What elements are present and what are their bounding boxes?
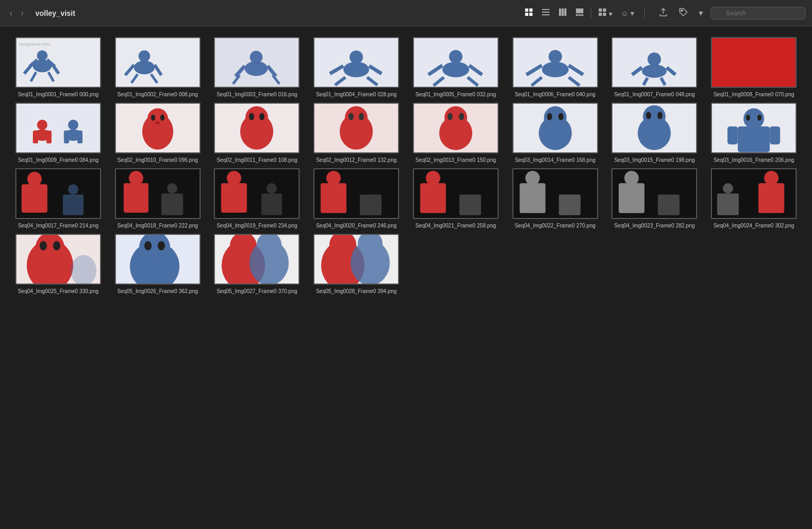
svg-rect-16	[599, 13, 602, 16]
thumbnail-label: Seq04_Img0017_Frame0 214.png	[18, 222, 98, 230]
svg-rect-149	[658, 195, 680, 215]
svg-point-158	[40, 241, 47, 251]
list-item[interactable]: Seq01_Img0003_Frame0 016.png	[212, 37, 303, 98]
tag-button[interactable]	[675, 5, 691, 21]
svg-rect-135	[321, 183, 347, 213]
svg-point-105	[547, 113, 552, 121]
view-gallery-button[interactable]	[572, 6, 588, 20]
svg-rect-130	[221, 183, 247, 213]
list-item[interactable]: Seq01_Img0004_Frame0 028.png	[311, 37, 402, 98]
svg-rect-71	[712, 38, 796, 87]
list-item[interactable]: Seq02_Img0010_Frame0 096.png	[112, 103, 203, 164]
more-button[interactable]: ▾	[696, 6, 706, 20]
svg-point-165	[158, 241, 165, 251]
svg-rect-151	[717, 194, 739, 215]
thumbnail-image	[15, 103, 101, 153]
list-item[interactable]: Seq04_Img0021_Frame0 258.png	[410, 168, 501, 230]
view-group-button[interactable]: ▾	[594, 6, 616, 20]
search-input[interactable]	[710, 7, 806, 20]
thumbnail-label: Seq01_Img0005_Frame0 032.png	[416, 91, 496, 98]
view-list-button[interactable]	[538, 6, 554, 20]
list-item[interactable]: background linesSeq01_Img0001_Frame0 000…	[13, 37, 104, 98]
svg-point-91	[259, 113, 265, 121]
svg-rect-2	[525, 13, 528, 16]
view-grid-button[interactable]	[521, 6, 537, 20]
svg-point-144	[525, 171, 539, 185]
thumbnail-label: Seq04_Img0022_Frame0 270.png	[515, 222, 595, 230]
svg-point-133	[267, 183, 277, 194]
list-item[interactable]: Seq04_Img0025_Frame0 330.png	[13, 234, 104, 295]
thumbnail-image: background lines	[15, 37, 101, 88]
list-item[interactable]: Seq05_Img0027_Frame0 370.png	[212, 234, 303, 295]
list-item[interactable]: Seq02_Img0011_Frame0 108.png	[212, 103, 303, 164]
view-emoji-button[interactable]: ☺ ▾	[617, 7, 638, 20]
thumbnail-label: Seq01_Img0004_Frame0 028.png	[316, 91, 396, 98]
svg-rect-8	[562, 8, 564, 16]
list-item[interactable]: Seq01_Img0009_Frame0 084.png	[13, 103, 104, 164]
thumbnail-label: Seq03_Img0014_Frame0 168.png	[515, 157, 595, 164]
list-item[interactable]: Seq03_Img0014_Frame0 168.png	[510, 103, 601, 164]
svg-point-111	[657, 112, 663, 120]
list-item[interactable]: Seq01_Img0002_Frame0 008.png	[112, 37, 203, 98]
svg-rect-113	[738, 126, 770, 152]
list-item[interactable]: Seq01_Img0006_Frame0 040.png	[510, 37, 601, 98]
thumbnail-image	[214, 37, 300, 88]
list-item[interactable]: Seq04_Img0019_Frame0 234.png	[212, 168, 303, 230]
thumbnail-label: Seq01_Img0008_Frame0 070.png	[714, 91, 794, 98]
svg-point-140	[426, 171, 440, 185]
list-item[interactable]: Seq04_Img0018_Frame0 222.png	[112, 168, 203, 230]
svg-point-58	[542, 62, 569, 77]
list-item[interactable]: Seq05_Img0028_Frame0 394.png	[311, 234, 402, 295]
thumbnail-label: Seq02_Img0013_Frame0 150.png	[416, 157, 496, 164]
list-item[interactable]: Seq04_Img0022_Frame0 270.png	[510, 168, 601, 230]
svg-rect-12	[579, 14, 581, 16]
forward-button[interactable]: ›	[17, 6, 26, 20]
svg-rect-141	[459, 195, 481, 215]
thumbnail-label: Seq01_Img0009_Frame0 084.png	[18, 157, 98, 164]
view-options: ▾ ☺ ▾	[521, 6, 638, 20]
list-item[interactable]: Seq01_Img0008_Frame0 070.png	[708, 37, 799, 98]
svg-point-31	[139, 51, 150, 62]
svg-point-74	[37, 120, 48, 130]
svg-point-90	[249, 113, 255, 121]
svg-rect-147	[619, 183, 645, 213]
view-columns-button[interactable]	[555, 6, 571, 20]
nav-buttons: ‹ ›	[6, 6, 27, 20]
thumbnail-label: Seq03_Img0015_Frame0 198.png	[614, 157, 694, 164]
svg-rect-7	[559, 8, 561, 16]
list-item[interactable]: Seq02_Img0013_Frame0 150.png	[410, 103, 501, 164]
svg-rect-6	[542, 14, 549, 15]
divider1	[591, 8, 591, 19]
thumbnail-label: Seq05_Img0027_Frame0 370.png	[216, 288, 297, 295]
svg-point-94	[345, 106, 368, 129]
svg-point-131	[227, 171, 241, 185]
list-item[interactable]: Seq03_Img0016_Frame0 206.png	[708, 103, 799, 164]
svg-point-101	[459, 113, 464, 121]
thumbnail-image	[512, 37, 598, 88]
list-item[interactable]: Seq03_Img0015_Frame0 198.png	[609, 103, 700, 164]
thumbnail-image	[413, 103, 499, 153]
thumbnail-label: Seq05_Img0028_Frame0 394.png	[316, 288, 396, 295]
thumbnail-image	[115, 37, 201, 88]
back-button[interactable]: ‹	[6, 6, 15, 20]
svg-point-164	[144, 241, 151, 251]
share-button[interactable]	[655, 5, 671, 21]
svg-point-121	[27, 172, 41, 186]
list-item[interactable]: Seq01_Img0005_Frame0 032.png	[410, 37, 501, 98]
list-item[interactable]: Seq02_Img0012_Frame0 132.png	[311, 103, 402, 164]
list-item[interactable]: Seq04_Img0024_Frame0 302.png	[708, 168, 799, 230]
svg-point-89	[246, 106, 268, 129]
toolbar-actions: ▾	[655, 5, 706, 21]
list-item[interactable]: Seq04_Img0017_Frame0 214.png	[13, 168, 104, 230]
svg-point-123	[68, 184, 78, 195]
thumbnail-label: Seq01_Img0001_Frame0 000.png	[18, 91, 98, 98]
list-item[interactable]: Seq04_Img0023_Frame0 282.png	[609, 168, 700, 230]
list-item[interactable]: Seq01_Img0007_Frame0 048.png	[609, 37, 700, 98]
list-item[interactable]: Seq05_Img0026_Frame0 362.png	[112, 234, 203, 295]
thumbnail-image	[115, 103, 201, 153]
svg-rect-117	[727, 126, 738, 144]
svg-point-38	[250, 51, 263, 63]
thumbnail-image	[512, 103, 598, 153]
svg-point-106	[558, 113, 563, 121]
list-item[interactable]: Seq04_Img0020_Frame0 246.png	[311, 168, 402, 230]
